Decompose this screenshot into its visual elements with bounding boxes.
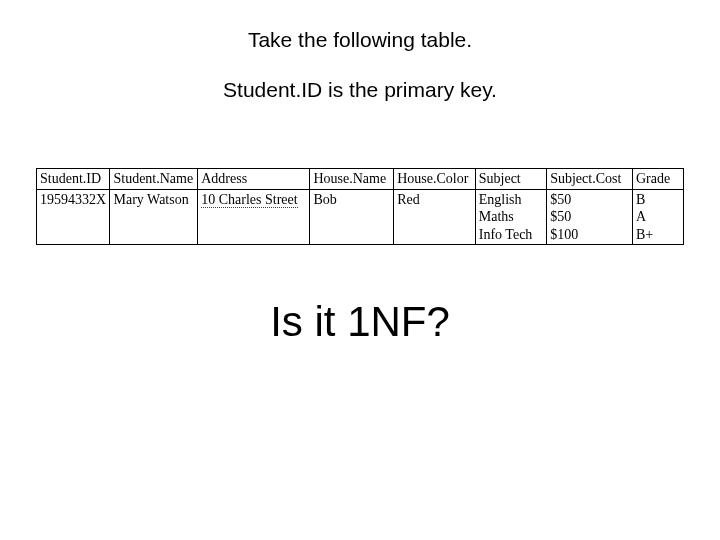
subject-2: Maths xyxy=(479,208,543,226)
col-subject-cost: Subject.Cost xyxy=(547,169,633,190)
grade-3: B+ xyxy=(636,226,680,244)
student-table: Student.ID Student.Name Address House.Na… xyxy=(36,168,684,245)
cost-3: $100 xyxy=(550,226,629,244)
address-text: 10 Charles Street xyxy=(201,192,297,208)
grade-2: A xyxy=(636,208,680,226)
cell-house-name: Bob xyxy=(310,189,394,245)
question-text: Is it 1NF? xyxy=(0,298,720,346)
subject-1: English xyxy=(479,191,543,209)
heading-line-1: Take the following table. xyxy=(0,28,720,52)
table-container: Student.ID Student.Name Address House.Na… xyxy=(36,168,684,245)
cell-house-color: Red xyxy=(394,189,476,245)
col-grade: Grade xyxy=(632,169,683,190)
slide: Take the following table. Student.ID is … xyxy=(0,0,720,540)
cell-student-name: Mary Watson xyxy=(110,189,198,245)
col-student-name: Student.Name xyxy=(110,169,198,190)
subject-3: Info Tech xyxy=(479,226,543,244)
table-row: 19594332X Mary Watson 10 Charles Street … xyxy=(37,189,684,245)
col-house-name: House.Name xyxy=(310,169,394,190)
cell-subjects: English Maths Info Tech xyxy=(475,189,546,245)
cell-student-id: 19594332X xyxy=(37,189,110,245)
cell-grades: B A B+ xyxy=(632,189,683,245)
table-header-row: Student.ID Student.Name Address House.Na… xyxy=(37,169,684,190)
cell-costs: $50 $50 $100 xyxy=(547,189,633,245)
cell-address: 10 Charles Street xyxy=(198,189,310,245)
heading-line-2: Student.ID is the primary key. xyxy=(0,78,720,102)
cost-2: $50 xyxy=(550,208,629,226)
col-student-id: Student.ID xyxy=(37,169,110,190)
col-address: Address xyxy=(198,169,310,190)
col-house-color: House.Color xyxy=(394,169,476,190)
grade-1: B xyxy=(636,191,680,209)
col-subject: Subject xyxy=(475,169,546,190)
cost-1: $50 xyxy=(550,191,629,209)
